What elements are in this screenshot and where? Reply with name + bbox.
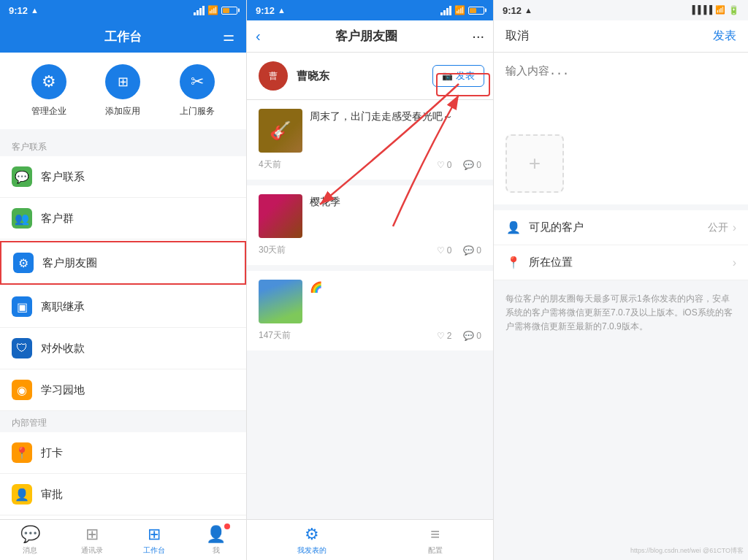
tab-config[interactable]: ≡ 配置	[428, 525, 443, 556]
contacts-tab-label: 通讯录	[81, 545, 103, 556]
location-icon: 📍	[505, 256, 522, 269]
resign-icon: ▣	[12, 296, 32, 317]
like-count-3: 2	[447, 331, 452, 341]
panel-workbench: 9:12 ▲ 📶 工作台 ⚌ ⚙ 管理企业 ⊞ 添加应用	[0, 0, 247, 560]
workbench-tab-icon: ⊞	[148, 525, 161, 544]
like-count-1: 0	[447, 160, 452, 170]
menu-item-customer-group[interactable]: 👥 客户群	[0, 198, 246, 239]
moment-item-1: 🎸 周末了，出门走走感受春光吧～ 4天前 ♡ 0 💬 0	[247, 100, 493, 180]
comment-count-1: 0	[476, 160, 481, 170]
moment-content-1: 周末了，出门走走感受春光吧～	[310, 109, 481, 129]
quick-action-add-app[interactable]: ⊞ 添加应用	[105, 64, 140, 118]
menu-item-learning[interactable]: ◉ 学习园地	[0, 369, 246, 411]
panel-new-post: 9:12 ▲ ▐▐▐▐ 📶 🔋 取消 发表 + 👤 可见的客户 公开 › 📍 所…	[494, 0, 748, 560]
menu-item-resign[interactable]: ▣ 离职继承	[0, 286, 246, 328]
moment-thumb-3	[259, 280, 302, 323]
back-button[interactable]: ‹	[256, 28, 261, 45]
tab-my-posts[interactable]: ⚙ 我发表的	[297, 525, 327, 556]
tab-messages[interactable]: 💬 消息	[20, 525, 40, 556]
menu-item-customer-moments[interactable]: ⚙ 客户朋友圈	[0, 241, 246, 285]
status-time-1: 9:12	[9, 5, 28, 16]
moment-comment-2[interactable]: 💬 0	[463, 245, 481, 256]
avatar-text: 曹	[269, 70, 278, 83]
moment-footer-1: 4天前 ♡ 0 💬 0	[259, 158, 481, 171]
new-post-navbar: 取消 发表	[494, 20, 748, 53]
resign-label: 离职继承	[41, 300, 85, 314]
moment-text-1: 周末了，出门走走感受春光吧～	[310, 109, 481, 124]
status-time-3: 9:12	[503, 5, 522, 16]
tab-contacts[interactable]: ⊞ 通讯录	[81, 525, 103, 556]
moment-text-2: 樱花季	[310, 194, 481, 210]
customer-moments-icon: ⚙	[13, 253, 34, 273]
customer-group-icon: 👥	[12, 208, 32, 229]
moment-content-3: 🌈	[310, 280, 481, 299]
menu-item-attendance[interactable]: 📍 打卡	[0, 432, 246, 474]
approval-label: 审批	[41, 488, 63, 502]
post-avatar: 曹	[259, 61, 288, 91]
moment-like-2[interactable]: ♡ 0	[437, 245, 452, 256]
status-arrow-1: ▲	[31, 6, 39, 15]
status-bar-3: 9:12 ▲ ▐▐▐▐ 📶 🔋	[494, 0, 748, 20]
more-button[interactable]: ···	[472, 28, 484, 45]
visible-customers-setting[interactable]: 👤 可见的客户 公开 ›	[494, 210, 748, 245]
workbench-tab-label: 工作台	[143, 545, 165, 556]
contacts-tab-icon: ⊞	[85, 525, 99, 544]
moment-time-3: 147天前	[259, 329, 291, 342]
moment-header-3: 🌈	[259, 280, 481, 323]
wifi-3: 📶	[715, 5, 725, 15]
panel-moments: 9:12 ▲ 📶 ‹ 客户朋友圈 ··· 曹 曹晓东 📷 发表	[247, 0, 494, 560]
post-bar: 曹 曹晓东 📷 发表	[247, 53, 493, 100]
moments-navbar: ‹ 客户朋友圈 ···	[247, 20, 493, 53]
config-icon: ≡	[430, 525, 440, 544]
camera-icon: 📷	[442, 71, 453, 81]
moment-footer-3: 147天前 ♡ 2 💬 0	[259, 329, 481, 342]
moment-comment-1[interactable]: 💬 0	[463, 160, 481, 170]
status-time-2: 9:12	[256, 5, 275, 16]
section-internal-label: 内部管理	[0, 411, 246, 432]
post-publish-button[interactable]: 📷 发表	[432, 65, 484, 87]
quick-action-manage[interactable]: ⚙ 管理企业	[31, 64, 66, 118]
menu-item-report[interactable]: ▣ 汇报	[0, 515, 246, 519]
post-author-name: 曹晓东	[297, 69, 329, 83]
moment-like-3[interactable]: ♡ 2	[437, 331, 452, 341]
moment-item-3: 🌈 147天前 ♡ 2 💬 0	[247, 271, 493, 350]
status-icons-3: ▐▐▐▐ 📶 🔋	[690, 5, 739, 15]
config-label: 配置	[428, 545, 443, 556]
status-bar-1: 9:12 ▲ 📶	[0, 0, 246, 20]
me-badge	[224, 523, 230, 529]
settings-list: 👤 可见的客户 公开 › 📍 所在位置 ›	[494, 210, 748, 280]
add-media-button[interactable]: +	[505, 134, 564, 193]
menu-item-payment[interactable]: 🛡 对外收款	[0, 328, 246, 369]
location-setting[interactable]: 📍 所在位置 ›	[494, 245, 748, 280]
heart-icon-2: ♡	[437, 245, 445, 256]
visible-customers-label: 可见的客户	[529, 220, 708, 234]
moment-comment-3[interactable]: 💬 0	[463, 331, 481, 341]
wifi-icon-1: 📶	[207, 5, 218, 15]
workbench-content: ⚙ 管理企业 ⊞ 添加应用 ✂ 上门服务 客户联系 💬 客户联系 👥 客户群	[0, 53, 246, 519]
internal-menu: 📍 打卡 👤 审批 ▣ 汇报	[0, 432, 246, 519]
customer-menu: 💬 客户联系 👥 客户群 ⚙ 客户朋友圈 ▣ 离职继承 🛡 对外收款 ◉ 学习	[0, 156, 246, 411]
visible-customers-value: 公开	[708, 221, 728, 234]
status-icons-2: 📶	[440, 5, 484, 15]
menu-item-approval[interactable]: 👤 审批	[0, 474, 246, 515]
compose-area: +	[494, 53, 748, 204]
cancel-button[interactable]: 取消	[505, 28, 529, 44]
attendance-icon: 📍	[12, 442, 32, 463]
workbench-title: 工作台	[104, 28, 142, 45]
battery-3: 🔋	[728, 5, 739, 15]
menu-item-customer-contact[interactable]: 💬 客户联系	[0, 156, 246, 198]
moment-like-1[interactable]: ♡ 0	[437, 160, 452, 170]
tab-workbench[interactable]: ⊞ 工作台	[143, 525, 165, 556]
filter-icon[interactable]: ⚌	[223, 28, 234, 45]
me-tab-label: 我	[213, 545, 220, 556]
customer-contact-label: 客户联系	[41, 170, 85, 184]
post-button-label: 发表	[456, 69, 475, 83]
quick-action-service[interactable]: ✂ 上门服务	[180, 64, 215, 118]
section-customer-label: 客户联系	[0, 135, 246, 156]
learning-label: 学习园地	[41, 383, 85, 397]
bottom-tab-1: 💬 消息 ⊞ 通讯录 ⊞ 工作台 👤 我	[0, 519, 246, 560]
attendance-label: 打卡	[41, 446, 63, 460]
tab-me[interactable]: 👤 我	[206, 525, 226, 556]
publish-button[interactable]: 发表	[713, 28, 736, 44]
compose-input[interactable]	[505, 64, 736, 123]
